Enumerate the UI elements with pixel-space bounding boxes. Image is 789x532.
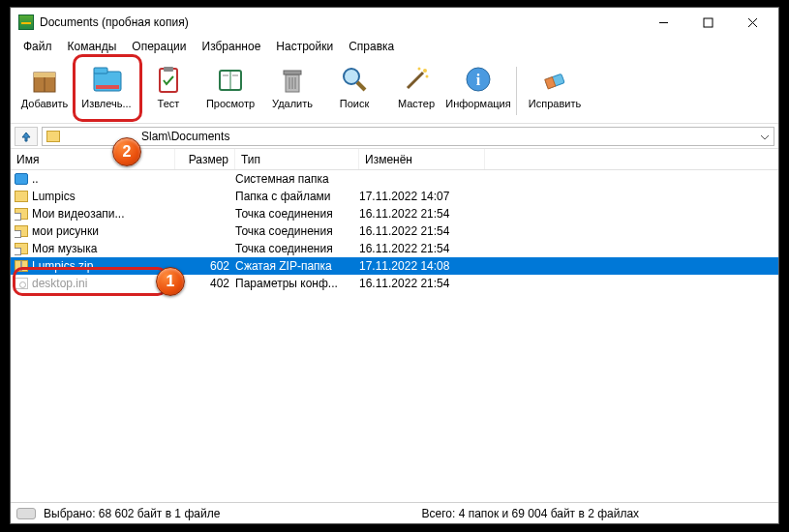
menu-commands[interactable]: Команды xyxy=(61,38,124,55)
window-title: Documents (пробная копия) xyxy=(40,15,189,29)
toolbar-add[interactable]: Добавить xyxy=(15,59,75,123)
file-date: 17.11.2022 14:08 xyxy=(359,259,485,273)
file-date: 16.11.2022 21:54 xyxy=(359,207,485,221)
book-view-icon xyxy=(214,63,247,96)
list-item[interactable]: ..Системная папка xyxy=(11,170,778,188)
file-date: 16.11.2022 21:54 xyxy=(359,224,485,238)
toolbar-view[interactable]: Просмотр xyxy=(200,59,260,123)
menu-favorites[interactable]: Избранное xyxy=(196,38,268,55)
file-name: .. xyxy=(32,172,39,186)
shortcut-icon xyxy=(15,243,28,254)
svg-rect-8 xyxy=(94,68,107,74)
status-selected: Выбрано: 68 602 байт в 1 файле xyxy=(44,507,422,520)
svg-point-21 xyxy=(344,69,359,84)
toolbar-delete[interactable]: Удалить xyxy=(262,59,322,123)
svg-point-24 xyxy=(423,69,427,73)
list-item[interactable]: мои рисункиТочка соединения16.11.2022 21… xyxy=(11,222,778,240)
list-item[interactable]: desktop.ini402Параметры конф...16.11.202… xyxy=(11,275,778,292)
address-path: Slam\Documents xyxy=(141,130,229,143)
file-type: Папка с файлами xyxy=(235,190,359,203)
toolbar-wizard[interactable]: Мастер xyxy=(386,59,446,123)
file-name: Мои видеозапи... xyxy=(32,207,125,221)
statusbar: Выбрано: 68 602 байт в 1 файле Всего: 4 … xyxy=(11,502,778,523)
folder-extract-icon xyxy=(90,63,123,96)
svg-rect-9 xyxy=(96,85,119,89)
menu-help[interactable]: Справка xyxy=(342,38,401,55)
app-icon xyxy=(18,15,34,30)
svg-rect-1 xyxy=(704,18,713,27)
svg-line-22 xyxy=(357,82,365,90)
file-type: Сжатая ZIP-папка xyxy=(235,259,359,273)
svg-rect-11 xyxy=(164,67,173,72)
header-name[interactable]: Имя xyxy=(11,149,175,169)
status-total: Всего: 4 папок и 69 004 байт в 2 файлах xyxy=(422,507,640,520)
drive-status-icon xyxy=(16,508,36,519)
menu-settings[interactable]: Настройки xyxy=(269,38,340,55)
toolbar-search-label: Поиск xyxy=(340,98,369,109)
svg-rect-17 xyxy=(284,71,301,74)
file-type: Системная папка xyxy=(235,172,359,186)
toolbar-test-label: Тест xyxy=(158,98,180,109)
window-controls xyxy=(641,8,774,37)
menubar: Файл Команды Операции Избранное Настройк… xyxy=(11,37,778,56)
header-modified[interactable]: Изменён xyxy=(359,149,485,169)
toolbar-repair[interactable]: Исправить xyxy=(525,59,585,123)
archive-add-icon xyxy=(28,63,61,96)
close-button[interactable] xyxy=(730,8,774,37)
menu-file[interactable]: Файл xyxy=(16,38,59,55)
list-item[interactable]: Моя музыкаТочка соединения16.11.2022 21:… xyxy=(11,240,778,257)
file-size: 402 xyxy=(175,277,235,290)
folder-icon xyxy=(15,191,28,202)
wand-wizard-icon xyxy=(400,63,433,96)
toolbar-add-label: Добавить xyxy=(21,98,69,109)
toolbar-separator xyxy=(516,67,517,115)
file-name: мои рисунки xyxy=(32,224,99,238)
header-type[interactable]: Тип xyxy=(235,149,359,169)
svg-text:i: i xyxy=(476,72,481,88)
file-type: Точка соединения xyxy=(235,207,359,221)
toolbar-info-label: Информация xyxy=(445,98,510,109)
app-window: Documents (пробная копия) Файл Команды О… xyxy=(10,7,779,524)
address-field[interactable]: C:\Users\ Slam\Documents xyxy=(42,127,774,146)
header-size[interactable]: Размер xyxy=(175,149,235,169)
svg-rect-5 xyxy=(34,73,55,77)
eraser-repair-icon xyxy=(538,63,571,96)
file-date: 16.11.2022 21:54 xyxy=(359,242,485,255)
ini-icon xyxy=(15,278,28,289)
file-name: Lumpics.zip xyxy=(32,259,93,273)
trash-delete-icon xyxy=(276,63,309,96)
file-type: Точка соединения xyxy=(235,242,359,255)
file-name: Lumpics xyxy=(32,190,76,203)
info-icon: i xyxy=(462,63,495,96)
list-item[interactable]: LumpicsПапка с файлами17.11.2022 14:07 xyxy=(11,188,778,205)
svg-rect-10 xyxy=(160,69,177,92)
toolbar: Добавить Извлечь... Тест Просмотр Удалит… xyxy=(11,56,778,124)
minimize-button[interactable] xyxy=(641,8,685,37)
address-dropdown[interactable] xyxy=(758,131,772,144)
arrow-up-icon xyxy=(20,131,32,142)
drive-icon xyxy=(15,173,28,185)
toolbar-extract[interactable]: Извлечь... xyxy=(76,59,137,123)
file-date: 16.11.2022 21:54 xyxy=(359,277,485,290)
svg-point-26 xyxy=(426,74,429,77)
file-list[interactable]: 1 ..Системная папкаLumpicsПапка с файлам… xyxy=(11,170,778,470)
list-item[interactable]: Lumpics.zip602Сжатая ZIP-папка17.11.2022… xyxy=(11,257,778,275)
menu-operations[interactable]: Операции xyxy=(125,38,193,55)
file-name: Моя музыка xyxy=(32,242,97,255)
file-size: 602 xyxy=(175,259,235,273)
toolbar-info[interactable]: i Информация xyxy=(448,59,508,123)
maximize-button[interactable] xyxy=(685,8,730,37)
toolbar-delete-label: Удалить xyxy=(272,98,313,109)
toolbar-extract-label: Извлечь... xyxy=(81,98,131,109)
zip-icon xyxy=(15,260,28,272)
titlebar: Documents (пробная копия) xyxy=(11,8,778,37)
svg-point-25 xyxy=(418,67,421,70)
toolbar-test[interactable]: Тест xyxy=(138,59,198,123)
svg-line-23 xyxy=(408,73,423,88)
up-button[interactable] xyxy=(15,127,38,146)
toolbar-search[interactable]: Поиск xyxy=(324,59,384,123)
list-item[interactable]: Мои видеозапи...Точка соединения16.11.20… xyxy=(11,205,778,222)
clipboard-test-icon xyxy=(152,63,185,96)
file-type: Параметры конф... xyxy=(235,277,359,290)
magnifier-search-icon xyxy=(338,63,371,96)
